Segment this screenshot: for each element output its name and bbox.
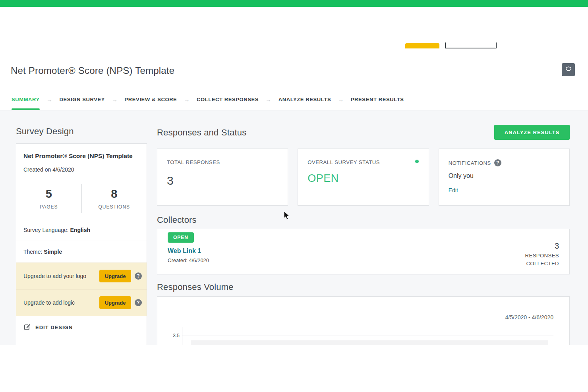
content-area: Survey Design Net Promoter® Score (NPS) … — [0, 110, 588, 345]
arrow-right-icon: → — [46, 96, 53, 103]
survey-status-card: OVERALL SURVEY STATUS OPEN — [298, 149, 429, 206]
top-nav-bar — [0, 0, 588, 7]
notifications-label: NOTIFICATIONS — [449, 160, 491, 166]
total-responses-card: TOTAL RESPONSES 3 — [157, 149, 288, 206]
arrow-right-icon: → — [184, 96, 190, 103]
chart-y-axis — [182, 327, 182, 345]
questions-count: 8 — [82, 187, 147, 201]
responses-status-heading: Responses and Status — [157, 127, 246, 138]
survey-status-value: OPEN — [308, 172, 419, 185]
upgrade-logo-text: Upgrade to add your logo — [23, 273, 99, 279]
arrow-right-icon: → — [265, 96, 272, 103]
status-cards-row: TOTAL RESPONSES 3 OVERALL SURVEY STATUS … — [157, 149, 570, 206]
notifications-card: NOTIFICATIONS ? Only you Edit — [439, 149, 570, 206]
edit-design-label: EDIT DESIGN — [35, 324, 73, 330]
notifications-edit-link[interactable]: Edit — [449, 187, 458, 193]
apps-grid-icon[interactable] — [504, 44, 514, 47]
tab-summary[interactable]: SUMMARY — [12, 97, 40, 102]
tab-present-results[interactable]: PRESENT RESULTS — [351, 97, 404, 102]
responses-count-label-1: RESPONSES — [525, 253, 559, 259]
edit-pencil-icon — [23, 323, 31, 332]
arrow-right-icon: → — [112, 96, 118, 103]
chart-y-tick: 3.5 — [164, 333, 180, 338]
upgrade-logo-row: Upgrade to add your logo Upgrade ? — [16, 263, 147, 289]
questions-label: QUESTIONS — [82, 204, 147, 210]
chart-area-fill-cropped — [191, 340, 548, 345]
survey-status-label: OVERALL SURVEY STATUS — [308, 159, 419, 165]
pages-stat: 5 PAGES — [16, 184, 82, 213]
edit-design-button[interactable]: EDIT DESIGN — [16, 316, 147, 339]
help-question-icon[interactable]: ? — [135, 299, 142, 306]
total-responses-label: TOTAL RESPONSES — [167, 159, 278, 165]
help-circle-icon[interactable] — [522, 43, 530, 48]
theme-label: Theme: — [23, 249, 42, 255]
pages-count: 5 — [16, 187, 81, 201]
notifications-value: Only you — [449, 172, 560, 180]
theme-value: Simple — [44, 249, 62, 255]
upgrade-logic-text: Upgrade to add logic — [23, 299, 99, 306]
chat-button[interactable] — [562, 63, 575, 76]
survey-design-card: Net Promoter® Score (NPS) Template Creat… — [16, 143, 147, 345]
arrow-right-icon: → — [338, 96, 344, 103]
topbar-button-cropped[interactable] — [445, 42, 497, 48]
chart-gridline — [182, 336, 553, 336]
collector-created-date: Created: 4/6/2020 — [168, 257, 209, 263]
upgrade-logic-row: Upgrade to add logic Upgrade ? — [16, 289, 147, 316]
responses-volume-heading: Responses Volume — [157, 282, 234, 292]
chart-date-range: 4/5/2020 - 4/6/2020 — [505, 314, 553, 321]
analyze-results-button[interactable]: ANALYZE RESULTS — [494, 125, 570, 140]
total-responses-value: 3 — [167, 174, 278, 187]
survey-design-heading: Survey Design — [16, 126, 74, 137]
page-title: Net Promoter® Score (NPS) Template — [11, 65, 174, 76]
collector-row: OPEN Web Link 1 Created: 4/6/2020 3 RESP… — [157, 229, 570, 274]
responses-volume-chart-card: 4/5/2020 - 4/6/2020 3.5 — [157, 296, 570, 345]
questions-stat: 8 QUESTIONS — [82, 184, 147, 213]
survey-language-row: Survey Language: English — [16, 219, 147, 241]
responses-count-label-2: COLLECTED — [525, 261, 559, 266]
survey-created-date: Created on 4/6/2020 — [23, 166, 139, 173]
tab-analyze-results[interactable]: ANALYZE RESULTS — [279, 97, 331, 102]
chat-bubble-icon — [565, 66, 572, 74]
upgrade-topbar-button-cropped[interactable] — [405, 43, 439, 48]
collector-name-link[interactable]: Web Link 1 — [168, 247, 201, 255]
upgrade-logic-button[interactable]: Upgrade — [99, 296, 131, 309]
collector-responses-count: 3 RESPONSES COLLECTED — [525, 241, 559, 266]
survey-title: Net Promoter® Score (NPS) Template — [23, 152, 139, 160]
collector-status-badge: OPEN — [168, 232, 194, 243]
help-question-icon[interactable]: ? — [494, 159, 501, 166]
mouse-cursor — [284, 211, 290, 222]
responses-count-number: 3 — [525, 241, 559, 251]
help-question-icon[interactable]: ? — [135, 272, 142, 280]
theme-row: Theme: Simple — [16, 241, 147, 263]
tab-preview-score[interactable]: PREVIEW & SCORE — [125, 97, 177, 102]
upgrade-logo-button[interactable]: Upgrade — [99, 270, 131, 282]
status-green-dot-icon — [415, 160, 419, 163]
pages-label: PAGES — [16, 204, 81, 210]
tab-collect-responses[interactable]: COLLECT RESPONSES — [197, 97, 259, 102]
survey-step-tabs: SUMMARY → DESIGN SURVEY → PREVIEW & SCOR… — [12, 96, 404, 103]
survey-language-label: Survey Language: — [23, 227, 69, 233]
tab-design-survey[interactable]: DESIGN SURVEY — [60, 97, 105, 102]
survey-language-value: English — [70, 227, 91, 233]
survey-stats: 5 PAGES 8 QUESTIONS — [16, 178, 147, 219]
collectors-heading: Collectors — [157, 215, 197, 225]
